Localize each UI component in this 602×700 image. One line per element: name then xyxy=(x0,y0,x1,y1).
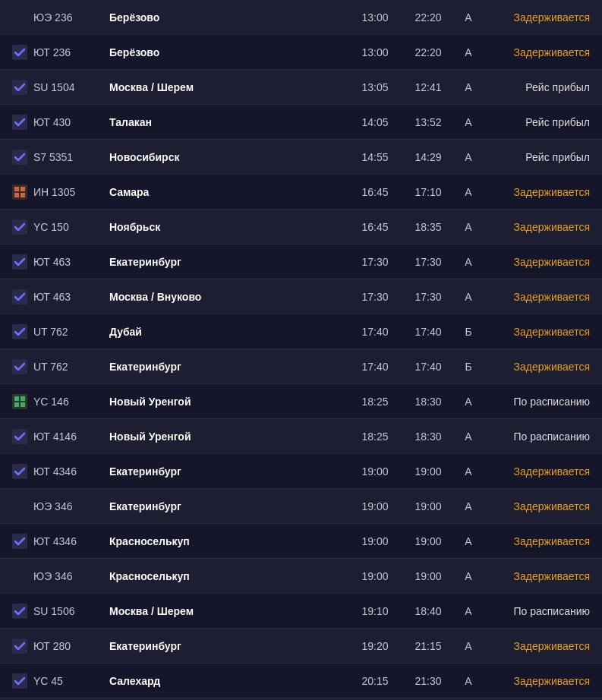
status-badge: Задерживается xyxy=(482,465,596,478)
flight-number: YC 150 xyxy=(33,221,109,233)
flight-number: YC 146 xyxy=(33,396,109,408)
status-badge: По расписанию xyxy=(482,430,596,443)
actual-time: 19:00 xyxy=(402,465,455,478)
terminal: А xyxy=(455,640,482,652)
table-row[interactable]: YC 146 Новый Уренгой 18:25 18:30 А По ра… xyxy=(0,384,602,419)
status-badge: Задерживается xyxy=(482,500,596,512)
terminal: А xyxy=(455,151,482,163)
row-icon xyxy=(6,604,33,619)
row-icon xyxy=(6,324,33,339)
table-row[interactable]: UT 762 Екатеринбург 17:40 17:40 Б Задерж… xyxy=(0,349,602,384)
terminal: А xyxy=(455,396,482,408)
table-row[interactable]: ЮЭ 346 Красноселькуп 19:00 19:00 А Задер… xyxy=(0,559,602,594)
scheduled-time: 19:00 xyxy=(348,465,402,478)
status-badge: По расписанию xyxy=(482,396,596,408)
destination: Ноябрьск xyxy=(109,221,348,233)
terminal: А xyxy=(455,500,482,512)
terminal: А xyxy=(455,675,482,687)
svg-rect-17 xyxy=(14,402,19,407)
table-row[interactable]: ЮТ 4346 Екатеринбург 19:00 19:00 А Задер… xyxy=(0,454,602,489)
flight-number: UT 762 xyxy=(33,361,109,373)
table-row[interactable]: ЮТ 236 Берёзово 13:00 22:20 А Задерживае… xyxy=(0,35,602,70)
status-badge: Задерживается xyxy=(482,570,596,582)
flights-table: ЮЭ 236 Берёзово 13:00 22:20 А Задерживае… xyxy=(0,0,602,700)
scheduled-time: 14:05 xyxy=(348,116,402,128)
destination: Екатеринбург xyxy=(109,500,348,512)
status-badge: Задерживается xyxy=(482,221,596,233)
table-row[interactable]: ЮТ 280 Екатеринбург 19:20 21:15 А Задерж… xyxy=(0,629,602,664)
destination: Берёзово xyxy=(109,11,348,24)
flight-number: SU 1504 xyxy=(33,81,109,93)
destination: Красноселькуп xyxy=(109,570,348,582)
status-badge: Задерживается xyxy=(482,675,596,687)
scheduled-time: 19:00 xyxy=(348,535,402,547)
status-badge: Задерживается xyxy=(482,291,596,303)
table-row[interactable]: S7 5351 Новосибирск 14:55 14:29 А Рейс п… xyxy=(0,140,602,175)
status-badge: Задерживается xyxy=(482,256,596,268)
flight-number: ЮТ 4346 xyxy=(33,465,109,478)
flight-number: ЮТ 236 xyxy=(33,46,109,58)
scheduled-time: 18:25 xyxy=(348,396,402,408)
flight-number: ЮТ 4146 xyxy=(33,430,109,443)
table-row[interactable]: ЮЭ 236 Берёзово 13:00 22:20 А Задерживае… xyxy=(0,0,602,35)
scheduled-time: 17:30 xyxy=(348,291,402,303)
scheduled-time: 19:00 xyxy=(348,570,402,582)
scheduled-time: 17:40 xyxy=(348,326,402,338)
destination: Москва / Шерем xyxy=(109,81,348,93)
status-badge: Задерживается xyxy=(482,535,596,547)
terminal: А xyxy=(455,570,482,582)
table-row[interactable]: YC 45 Салехард 20:15 21:30 А Задерживает… xyxy=(0,664,602,698)
row-icon xyxy=(6,359,33,374)
flight-number: S7 5351 xyxy=(33,151,109,163)
actual-time: 19:00 xyxy=(402,535,455,547)
status-badge: Задерживается xyxy=(482,186,596,198)
destination: Москва / Шерем xyxy=(109,605,348,617)
table-row[interactable]: ЮТ 430 Талакан 14:05 13:52 А Рейс прибыл xyxy=(0,105,602,140)
status-badge: Задерживается xyxy=(482,46,596,58)
svg-rect-5 xyxy=(14,187,19,191)
table-row[interactable]: SU 1504 Москва / Шерем 13:05 12:41 А Рей… xyxy=(0,70,602,105)
table-row[interactable]: ИН 1305 Самара 16:45 17:10 А Задерживает… xyxy=(0,175,602,210)
actual-time: 17:30 xyxy=(402,256,455,268)
scheduled-time: 13:00 xyxy=(348,11,402,24)
destination: Екатеринбург xyxy=(109,361,348,373)
terminal: Б xyxy=(455,326,482,338)
terminal: А xyxy=(455,81,482,93)
status-badge: Задерживается xyxy=(482,640,596,652)
row-icon xyxy=(6,45,33,60)
status-badge: Рейс прибыл xyxy=(482,116,596,128)
table-row[interactable]: UT 762 Дубай 17:40 17:40 Б Задерживается xyxy=(0,314,602,349)
flight-number: ЮТ 280 xyxy=(33,640,109,652)
destination: Дубай xyxy=(109,326,348,338)
destination: Самара xyxy=(109,186,348,198)
destination: Новый Уренгой xyxy=(109,396,348,408)
terminal: А xyxy=(455,291,482,303)
scheduled-time: 19:20 xyxy=(348,640,402,652)
actual-time: 17:40 xyxy=(402,361,455,373)
table-row[interactable]: ЮЭ 346 Екатеринбург 19:00 19:00 А Задерж… xyxy=(0,489,602,524)
status-badge: Задерживается xyxy=(482,11,596,24)
actual-time: 21:30 xyxy=(402,675,455,687)
flight-number: ЮЭ 236 xyxy=(33,11,109,24)
scheduled-time: 14:55 xyxy=(348,151,402,163)
table-row[interactable]: ЮТ 4346 Красноселькуп 19:00 19:00 А Заде… xyxy=(0,524,602,559)
destination: Новый Уренгой xyxy=(109,430,348,443)
row-icon xyxy=(6,80,33,95)
actual-time: 13:52 xyxy=(402,116,455,128)
table-row[interactable]: YC 150 Ноябрьск 16:45 18:35 А Задерживае… xyxy=(0,210,602,244)
table-row[interactable]: SU 1506 Москва / Шерем 19:10 18:40 А По … xyxy=(0,594,602,629)
flight-number: ЮТ 463 xyxy=(33,291,109,303)
destination: Москва / Внуково xyxy=(109,291,348,303)
destination: Талакан xyxy=(109,116,348,128)
destination: Новосибирск xyxy=(109,151,348,163)
flight-number: ЮТ 430 xyxy=(33,116,109,128)
table-row[interactable]: ЮТ 463 Екатеринбург 17:30 17:30 А Задерж… xyxy=(0,244,602,279)
scheduled-time: 16:45 xyxy=(348,186,402,198)
table-row[interactable]: ЮТ 4146 Новый Уренгой 18:25 18:30 А По р… xyxy=(0,419,602,454)
row-icon xyxy=(6,254,33,270)
terminal: А xyxy=(455,256,482,268)
svg-rect-16 xyxy=(20,396,25,401)
table-row[interactable]: ЮТ 463 Москва / Внуково 17:30 17:30 А За… xyxy=(0,279,602,314)
terminal: А xyxy=(455,605,482,617)
flight-number: ЮЭ 346 xyxy=(33,500,109,512)
